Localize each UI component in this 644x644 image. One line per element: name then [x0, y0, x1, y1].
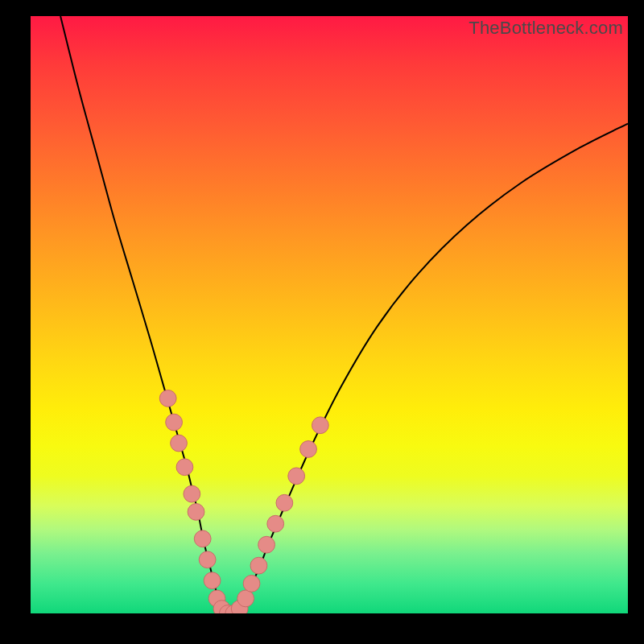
curve-marker — [276, 494, 293, 511]
curve-marker — [166, 414, 183, 431]
bottleneck-curve-path — [60, 16, 628, 613]
curve-marker — [267, 515, 284, 532]
curve-marker — [184, 485, 200, 502]
curve-marker — [159, 390, 176, 407]
curve-marker — [300, 441, 317, 458]
curve-marker — [194, 530, 211, 547]
curve-marker — [188, 503, 204, 520]
curve-marker — [199, 551, 216, 568]
chart-frame: TheBottleneck.com — [0, 0, 644, 644]
curve-marker — [312, 417, 328, 434]
curve-marker — [288, 468, 305, 485]
curve-marker — [176, 459, 193, 476]
curve-marker — [204, 572, 221, 589]
curve-marker — [171, 435, 188, 452]
plot-area: TheBottleneck.com — [31, 16, 628, 613]
chart-svg — [31, 16, 628, 613]
curve-marker — [237, 590, 254, 607]
curve-marker — [250, 557, 267, 574]
curve-marker — [243, 576, 260, 592]
curve-marker — [258, 536, 275, 553]
curve-markers — [159, 390, 328, 613]
